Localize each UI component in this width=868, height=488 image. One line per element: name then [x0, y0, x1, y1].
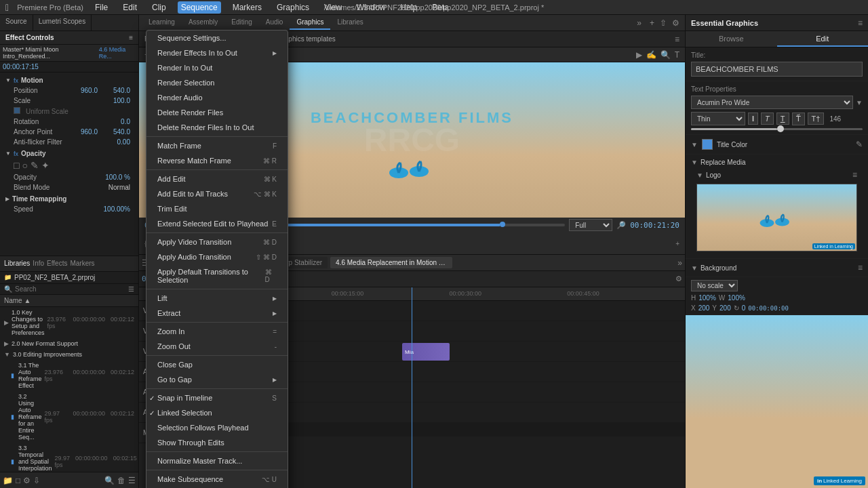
lib-delete-icon[interactable]: 🗑	[117, 476, 125, 485]
list-item[interactable]: ▮ 3.2 Using Auto Reframe for an Entire S…	[0, 391, 138, 443]
ec-time-remapping-header[interactable]: ▶ Time Remapping	[3, 194, 136, 204]
workspace-more-icon[interactable]: »	[631, 18, 647, 28]
text-underline-btn[interactable]: T	[776, 113, 789, 125]
menu-markers[interactable]: Markers	[229, 1, 265, 14]
sequence-dropdown-menu[interactable]: Sequence Settings... Render Effects In t…	[146, 30, 288, 488]
zoom-fit-icon[interactable]: 🔎	[616, 221, 626, 230]
monitor-add-track-icon[interactable]: +	[675, 240, 679, 247]
tl-btn-settings[interactable]: ⚙	[675, 274, 682, 283]
timeline-more-icon[interactable]: »	[677, 258, 682, 268]
menu-delete-render[interactable]: Delete Render Files	[146, 105, 288, 120]
rotation-value[interactable]: 0	[742, 304, 746, 312]
scale-select[interactable]: No scale	[691, 280, 738, 291]
workspace-settings-icon[interactable]: ⚙	[669, 18, 682, 28]
menu-file[interactable]: File	[92, 1, 111, 14]
text-italic-btn[interactable]: T	[761, 113, 774, 125]
monitor-select-icon[interactable]: ▶	[636, 50, 642, 60]
tab-lumetri[interactable]: Lumetri Scopes	[33, 15, 92, 30]
blend-rect1-icon[interactable]: □	[14, 160, 19, 171]
monitor-playhead[interactable]	[500, 222, 505, 227]
tab-assembly[interactable]: Assembly	[182, 16, 224, 30]
menu-apply-default[interactable]: Apply Default Transitions to Selection ⌘…	[146, 264, 288, 287]
text-super-btn[interactable]: T†	[808, 113, 825, 125]
menu-add-edit[interactable]: Add Edit ⌘ K	[146, 171, 288, 186]
background-more-icon[interactable]: ≡	[858, 263, 863, 272]
lib-search-input[interactable]	[15, 285, 125, 293]
menu-render-effects[interactable]: Render Effects In to Out	[146, 45, 288, 60]
menu-add-edit-all[interactable]: Add Edit to All Tracks ⌥ ⌘ K	[146, 186, 288, 201]
blend-star-icon[interactable]: ✦	[41, 160, 50, 171]
font-weight-select[interactable]: Thin Regular Bold	[691, 112, 745, 125]
menu-sequence-settings[interactable]: Sequence Settings...	[146, 30, 288, 45]
eg-title-input[interactable]	[691, 62, 863, 77]
workspace-add-panel-icon[interactable]: +	[647, 18, 657, 28]
tab-source[interactable]: Source	[0, 15, 33, 30]
title-color-expand-icon[interactable]: ▼	[691, 141, 698, 148]
blend-circle-icon[interactable]: ○	[22, 160, 27, 171]
menu-extend-edit[interactable]: Extend Selected Edit to Playhead E	[146, 216, 288, 231]
eg-tab-edit[interactable]: Edit	[777, 31, 869, 47]
ec-menu-icon[interactable]: ≡	[129, 34, 133, 41]
menu-snap[interactable]: Snap in Timeline S	[146, 390, 288, 405]
w-value[interactable]: 100%	[728, 294, 745, 302]
uniform-scale-checkbox[interactable]	[14, 107, 20, 115]
menu-selection-follows[interactable]: Selection Follows Playhead	[146, 420, 288, 435]
monitor-progress-bar[interactable]	[240, 224, 565, 226]
menu-clip[interactable]: Clip	[149, 1, 170, 14]
menu-lift[interactable]: Lift	[146, 291, 288, 306]
menu-match-frame[interactable]: Match Frame F	[146, 138, 288, 153]
text-bold-btn[interactable]: I	[748, 113, 758, 125]
title-color-swatch[interactable]	[702, 139, 713, 150]
menu-linked-selection[interactable]: Linked Selection	[146, 405, 288, 420]
list-item[interactable]: ▶ 2.0 New Format Support	[0, 338, 138, 349]
menu-trim-edit[interactable]: Trim Edit	[146, 201, 288, 216]
menu-render-selection[interactable]: Render Selection	[146, 75, 288, 90]
menu-zoom-in[interactable]: Zoom In =	[146, 324, 288, 339]
blend-pen-icon[interactable]: ✎	[31, 160, 39, 171]
menu-make-subseq[interactable]: Make Subsequence ⌥ U	[146, 472, 288, 487]
lib-tab-markers[interactable]: Markers	[70, 260, 94, 267]
lib-list-icon[interactable]: ☰	[128, 285, 134, 293]
menu-edit[interactable]: Edit	[119, 1, 140, 14]
font-dropdown-icon[interactable]: ▼	[856, 99, 863, 106]
menu-close-gap[interactable]: Close Gap	[146, 357, 288, 372]
menu-extract[interactable]: Extract	[146, 306, 288, 321]
menu-render-in-out[interactable]: Render In to Out	[146, 60, 288, 75]
lib-search2-icon[interactable]: 🔍	[104, 476, 115, 485]
menu-normalize[interactable]: Normalize Master Track...	[146, 453, 288, 468]
list-item[interactable]: ▮ 3.1 The Auto Reframe Effect 23.976 fps…	[0, 360, 138, 391]
lib-new-bin-icon[interactable]: 📁	[3, 476, 13, 485]
replace-media-expand-icon[interactable]: ▼	[691, 159, 698, 166]
menu-reverse-match[interactable]: Reverse Match Frame ⌘ R	[146, 153, 288, 168]
lib-tab-info[interactable]: Info	[33, 260, 44, 267]
tab-editing[interactable]: Editing	[224, 16, 259, 30]
y-value[interactable]: 200	[719, 304, 731, 312]
ec-opacity-header[interactable]: ▼ fx Opacity	[3, 148, 136, 159]
x-value[interactable]: 200	[698, 304, 710, 312]
menu-delete-render-io[interactable]: Delete Render Files In to Out	[146, 120, 288, 135]
quality-select[interactable]: Full Half Quarter	[569, 219, 612, 231]
monitor-hand-icon[interactable]: ✍	[646, 50, 656, 60]
list-item[interactable]: ▼ 3.0 Editing Improvements	[0, 349, 138, 360]
font-size-thumb[interactable]	[777, 125, 784, 132]
lib-view-icon[interactable]: ☰	[128, 476, 136, 485]
menu-render-audio[interactable]: Render Audio	[146, 90, 288, 105]
workspace-export-icon[interactable]: ⇧	[657, 18, 669, 28]
timecode-value[interactable]: 00:00:00:00	[748, 305, 789, 312]
title-color-edit-icon[interactable]: ✎	[856, 140, 863, 149]
text-caps-btn[interactable]: T᷄	[792, 113, 805, 125]
font-family-select[interactable]: Acumin Pro Wide	[691, 96, 853, 109]
font-size-slider[interactable]	[691, 128, 863, 130]
h-value[interactable]: 100%	[698, 294, 716, 302]
logo-expand-icon[interactable]: ▼	[696, 171, 703, 179]
lib-tab-libraries[interactable]: Libraries	[4, 260, 30, 267]
ec-motion-header[interactable]: ▼ fx Motion	[3, 75, 136, 85]
monitor-text-icon[interactable]: T	[675, 50, 679, 60]
menu-show-through[interactable]: Show Through Edits	[146, 435, 288, 450]
v1-clip-2[interactable]: Mia	[402, 343, 450, 361]
tab-audio[interactable]: Audio	[259, 16, 290, 30]
monitor-zoom-icon[interactable]: 🔍	[660, 50, 671, 60]
list-item[interactable]: ▶ 1.0 Key Changes to Setup and Preferenc…	[0, 307, 138, 338]
eg-menu-icon[interactable]: ≡	[858, 18, 863, 28]
list-item[interactable]: ▮ 3.3 Temporal and Spatial Interpolation…	[0, 443, 138, 472]
